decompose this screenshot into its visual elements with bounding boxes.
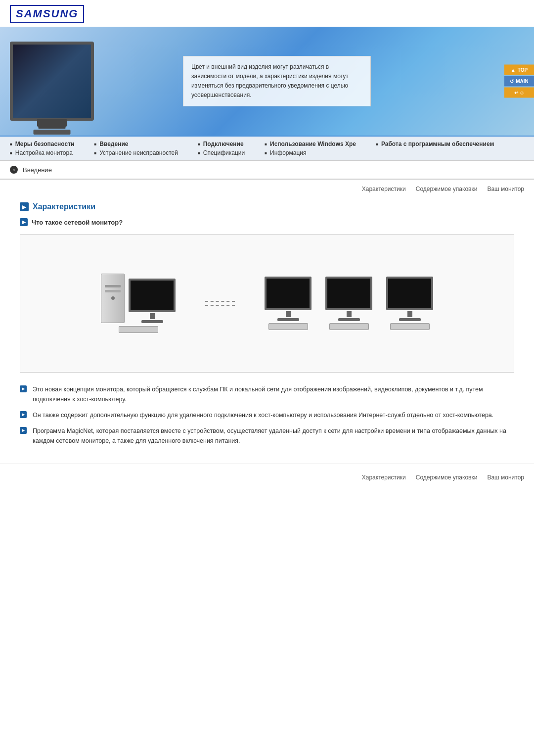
nav-col-2: Введение Устранение неисправностей xyxy=(94,141,178,156)
section-icon: ▶ xyxy=(20,202,29,211)
nav-col-5: Работа с программным обеспечением xyxy=(376,141,494,156)
nav-item-software[interactable]: Работа с программным обеспечением xyxy=(376,141,494,147)
list-item-row-3: Программа MagicNet, которая поставляется… xyxy=(20,426,514,446)
back-button[interactable]: ↩ ☺ xyxy=(504,88,534,98)
client-monitor-1 xyxy=(265,277,312,330)
banner-monitor-image xyxy=(10,42,94,121)
samsung-logo: SAMSUNG xyxy=(10,5,84,23)
host-monitor-unit xyxy=(129,279,176,323)
nav-item-winxpe[interactable]: Использование Windows Xpe xyxy=(265,141,356,147)
navigation-bar: Меры безопасности Настройка монитора Вве… xyxy=(0,136,534,161)
main-button[interactable]: ↺ MAIN xyxy=(504,76,534,87)
host-computer xyxy=(101,274,176,333)
client-monitor-3 xyxy=(386,277,433,330)
nav-item-settings[interactable]: Настройка монитора xyxy=(10,149,74,156)
banner: Цвет и внешний вид изделия могут различа… xyxy=(0,27,534,136)
list-bullet-2 xyxy=(20,411,27,418)
sub-tabs-top: Характеристики Содержимое упаковки Ваш м… xyxy=(0,180,534,194)
breadcrumb-bar: ○ Введение xyxy=(0,161,534,180)
sub-tab-features-top[interactable]: Характеристики xyxy=(362,186,406,192)
sub-tab-features-bottom[interactable]: Характеристики xyxy=(362,474,406,481)
nav-item-specs[interactable]: Спецификации xyxy=(198,149,245,156)
banner-nav-buttons: ▲ TOP ↺ MAIN ↩ ☺ xyxy=(504,65,534,98)
nav-item-troubleshoot[interactable]: Устранение неисправностей xyxy=(94,149,178,156)
list-bullet-1 xyxy=(20,385,27,392)
nav-item-safety[interactable]: Меры безопасности xyxy=(10,141,74,147)
section-header: ▶ Характеристики xyxy=(20,202,514,211)
list-item-row-2: Он также содержит дополнительную функцию… xyxy=(20,410,514,420)
banner-notice-box: Цвет и внешний вид изделия могут различа… xyxy=(183,56,371,107)
sub-tab-package-top[interactable]: Содержимое упаковки xyxy=(416,186,478,192)
nav-col-1: Меры безопасности Настройка монитора xyxy=(10,141,74,156)
sub-tabs-bottom: Характеристики Содержимое упаковки Ваш м… xyxy=(0,464,534,487)
nav-col-4: Использование Windows Xpe Информация xyxy=(265,141,356,156)
subsection-icon: ▶ xyxy=(20,218,28,226)
breadcrumb-label: Введение xyxy=(23,166,52,174)
banner-notice-text: Цвет и внешний вид изделия могут различа… xyxy=(191,63,349,99)
nav-item-connect[interactable]: Подключение xyxy=(198,141,245,147)
tower-computer xyxy=(101,274,125,323)
breadcrumb-icon: ○ xyxy=(10,166,18,174)
nav-item-intro[interactable]: Введение xyxy=(94,141,178,147)
list-item-text-3: Программа MagicNet, которая поставляется… xyxy=(33,426,514,446)
list-item-text-2: Он также содержит дополнительную функцию… xyxy=(33,410,493,420)
subsection-title: Что такое сетевой монитор? xyxy=(32,219,123,226)
nav-item-info[interactable]: Информация xyxy=(265,149,356,156)
list-item-text-1: Это новая концепция монитора, который об… xyxy=(33,384,514,404)
main-content: ▶ Характеристики ▶ Что такое сетевой мон… xyxy=(0,194,534,454)
sub-tab-package-bottom[interactable]: Содержимое упаковки xyxy=(416,474,478,481)
host-keyboard xyxy=(119,326,158,333)
sub-tab-monitor-top[interactable]: Ваш монитор xyxy=(487,186,524,192)
client-monitor-2 xyxy=(325,277,372,330)
header: SAMSUNG xyxy=(0,0,534,23)
sub-tab-monitor-bottom[interactable]: Ваш монитор xyxy=(487,474,524,481)
connection-area xyxy=(205,301,235,306)
subsection-header: ▶ Что такое сетевой монитор? xyxy=(20,218,514,226)
illustration-box xyxy=(20,234,514,373)
list-item-row-1: Это новая концепция монитора, который об… xyxy=(20,384,514,404)
client-computers xyxy=(265,277,433,330)
list-bullet-3 xyxy=(20,427,27,434)
top-button[interactable]: ▲ TOP xyxy=(504,65,534,75)
nav-col-3: Подключение Спецификации xyxy=(198,141,245,156)
connection-line-2 xyxy=(205,305,235,306)
connection-line-1 xyxy=(205,301,235,302)
feature-list: Это новая концепция монитора, который об… xyxy=(20,384,514,446)
section-title: Характеристики xyxy=(33,202,95,211)
